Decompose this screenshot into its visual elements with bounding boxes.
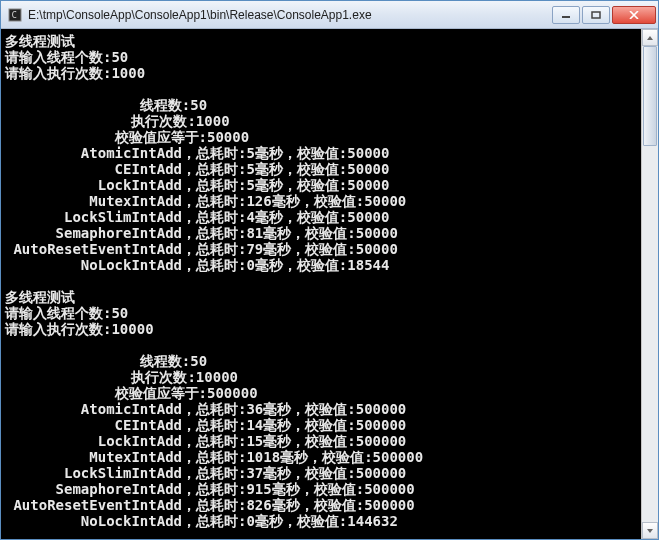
content-area: 多线程测试 请输入线程个数:50 请输入执行次数:1000 线程数:50 执行次… xyxy=(1,29,658,539)
console-output: 多线程测试 请输入线程个数:50 请输入执行次数:1000 线程数:50 执行次… xyxy=(1,29,641,539)
vertical-scrollbar[interactable] xyxy=(641,29,658,539)
app-icon: C xyxy=(7,7,23,23)
svg-rect-2 xyxy=(562,16,570,18)
window-controls xyxy=(552,6,656,24)
scrollbar-track[interactable] xyxy=(642,46,658,522)
maximize-button[interactable] xyxy=(582,6,610,24)
close-button[interactable] xyxy=(612,6,656,24)
minimize-button[interactable] xyxy=(552,6,580,24)
scroll-up-button[interactable] xyxy=(642,29,658,46)
titlebar[interactable]: C E:\tmp\ConsoleApp\ConsoleApp1\bin\Rele… xyxy=(1,1,658,29)
svg-rect-3 xyxy=(592,12,600,18)
app-window: C E:\tmp\ConsoleApp\ConsoleApp1\bin\Rele… xyxy=(0,0,659,540)
svg-text:C: C xyxy=(12,10,17,20)
scrollbar-thumb[interactable] xyxy=(643,46,657,146)
scroll-down-button[interactable] xyxy=(642,522,658,539)
window-title: E:\tmp\ConsoleApp\ConsoleApp1\bin\Releas… xyxy=(28,8,552,22)
